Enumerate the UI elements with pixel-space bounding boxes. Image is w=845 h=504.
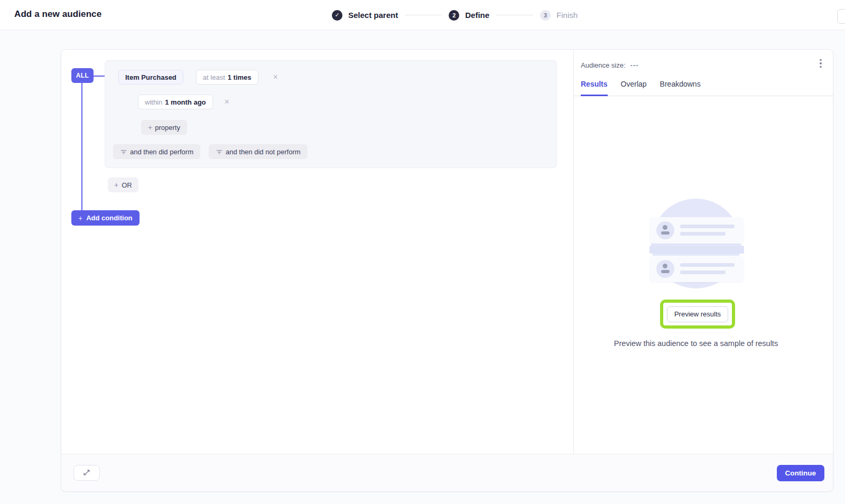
plus-icon: +	[78, 214, 82, 222]
count-prefix: at least	[203, 73, 225, 81]
preview-caption: Preview this audience to see a sample of…	[566, 339, 826, 348]
action-highlight-box: Preview results	[660, 300, 735, 329]
tab-results[interactable]: Results	[581, 76, 608, 96]
add-property-button[interactable]: + property	[141, 120, 187, 135]
condition-tree-line-horizontal	[93, 76, 105, 77]
audience-size-label: Audience size:	[581, 61, 626, 69]
property-row: + property	[141, 120, 187, 135]
count-chip[interactable]: at least 1 times	[196, 70, 258, 85]
then-did-not-perform-button[interactable]: and then did not perform	[209, 144, 308, 159]
sequence-row: and then did perform and then did not pe…	[113, 144, 308, 159]
expand-diagonal-icon	[82, 468, 91, 478]
condition-tree-line-vertical	[81, 83, 82, 218]
page-title: Add a new audience	[14, 9, 101, 20]
condition-group: Item Purchased at least 1 times × within…	[105, 60, 557, 168]
empty-state-list-item	[649, 256, 744, 282]
tab-breakdowns[interactable]: Breakdowns	[660, 76, 701, 96]
person-avatar-icon	[656, 260, 674, 278]
window-value: 1 month ago	[165, 98, 206, 106]
preview-results-button[interactable]: Preview results	[667, 306, 728, 322]
window-prefix: within	[145, 98, 162, 106]
top-bar: Add a new audience ✓ Select parent 2 Def…	[0, 0, 845, 30]
placeholder-line	[680, 232, 726, 236]
step-label: Finish	[556, 11, 578, 20]
step-select-parent[interactable]: ✓ Select parent	[332, 10, 398, 21]
step-connector-line	[496, 15, 533, 15]
then-did-perform-button[interactable]: and then did perform	[113, 144, 200, 159]
panel-tabs: Results Overlap Breakdowns	[574, 76, 834, 96]
edge-clipped-button[interactable]	[837, 9, 845, 24]
wizard-stepper: ✓ Select parent 2 Define 3 Finish	[332, 0, 578, 30]
add-or-condition-button[interactable]: + OR	[108, 178, 138, 192]
step-label: Define	[465, 11, 489, 20]
step-number-badge: 2	[449, 10, 459, 21]
plus-icon: +	[148, 123, 152, 132]
kebab-menu-icon[interactable]	[815, 57, 827, 70]
time-window-chip[interactable]: within 1 month ago	[138, 95, 213, 109]
then-did-label: and then did perform	[130, 148, 193, 156]
person-avatar-icon	[656, 221, 674, 239]
placeholder-line	[680, 270, 726, 274]
audience-size-row: Audience size: ---	[581, 61, 639, 69]
continue-button[interactable]: Continue	[777, 465, 825, 481]
remove-event-icon[interactable]: ×	[271, 72, 280, 82]
step-done-check-icon: ✓	[332, 10, 342, 21]
step-label: Select parent	[348, 11, 398, 20]
step-connector-line	[405, 15, 442, 15]
property-label: property	[155, 124, 180, 132]
or-label: OR	[122, 181, 132, 189]
step-define[interactable]: 2 Define	[449, 10, 489, 21]
event-chip[interactable]: Item Purchased	[118, 70, 183, 85]
add-condition-button[interactable]: + Add condition	[71, 210, 140, 226]
audience-size-value: ---	[630, 61, 639, 69]
filter-lines-icon	[120, 148, 127, 155]
time-window-row: within 1 month ago ×	[138, 95, 231, 109]
add-audience-screen: Add a new audience ✓ Select parent 2 Def…	[0, 0, 845, 504]
empty-state-list-item	[649, 217, 744, 244]
step-finish: 3 Finish	[540, 10, 578, 21]
expand-button[interactable]	[73, 465, 100, 481]
placeholder-line	[680, 263, 735, 267]
placeholder-bar	[649, 246, 744, 254]
placeholder-line	[680, 225, 735, 228]
tab-overlap[interactable]: Overlap	[621, 76, 647, 96]
then-did-not-label: and then did not perform	[226, 148, 301, 156]
card-footer: Continue	[61, 454, 833, 491]
plus-icon: +	[114, 181, 118, 189]
event-row: Item Purchased at least 1 times ×	[118, 70, 280, 85]
filter-lines-icon	[216, 148, 223, 155]
remove-window-icon[interactable]: ×	[222, 97, 231, 107]
results-panel: Audience size: --- Results Overlap Break…	[573, 50, 833, 455]
audience-builder-card: ALL Item Purchased at least 1 times × wi…	[61, 49, 833, 492]
count-value: 1 times	[228, 73, 252, 81]
group-operator-badge[interactable]: ALL	[71, 68, 94, 83]
step-number-badge: 3	[540, 10, 551, 21]
add-condition-label: Add condition	[86, 214, 132, 222]
